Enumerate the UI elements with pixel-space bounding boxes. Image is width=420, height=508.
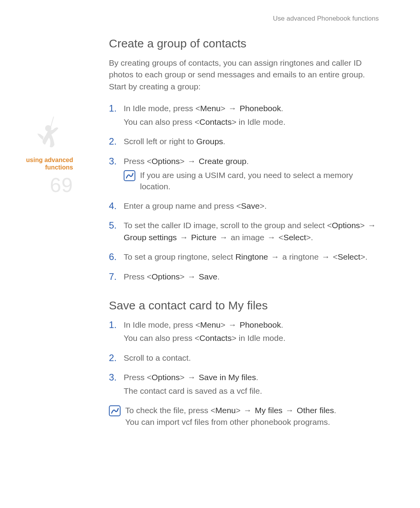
step-subline: The contact card is saved as a vcf file. (124, 385, 381, 397)
section1-intro: By creating groups of contacts, you can … (109, 57, 381, 93)
climber-icon (34, 117, 65, 152)
step: In Idle mode, press <Menu> → Phonebook. … (109, 319, 381, 344)
note: To check the file, press <Menu> → My fil… (109, 405, 381, 428)
note-text: To check the file, press <Menu> → My fil… (125, 405, 381, 428)
section2-title: Save a contact card to My files (109, 299, 381, 312)
note-icon (124, 170, 135, 181)
step: Scroll left or right to Groups. (109, 136, 381, 147)
sidebar-section-label: using advanced functions (0, 156, 73, 171)
note-text: If you are using a USIM card, you need t… (140, 169, 381, 192)
step: In Idle mode, press <Menu> → Phonebook. … (109, 103, 381, 128)
step: Press <Options> → Create group. If you a… (109, 155, 381, 192)
step-subline: You can also press <Contacts> in Idle mo… (124, 332, 381, 344)
note: If you are using a USIM card, you need t… (124, 169, 381, 192)
section1-title: Create a group of contacts (109, 37, 381, 50)
content: Create a group of contacts By creating g… (109, 37, 381, 428)
section2-steps: In Idle mode, press <Menu> → Phonebook. … (109, 319, 381, 397)
sidebar-label-line1: using advanced (26, 157, 73, 163)
step: Enter a group name and press <Save>. (109, 200, 381, 212)
sidebar: using advanced functions 69 (0, 117, 78, 197)
step: Scroll to a contact. (109, 352, 381, 364)
step: To set the caller ID image, scroll to th… (109, 220, 381, 243)
manual-page: Use advanced Phonebook functions using a… (0, 0, 420, 508)
step: Press <Options> → Save in My files. The … (109, 372, 381, 397)
note-icon (109, 405, 121, 416)
page-number: 69 (0, 173, 73, 197)
sidebar-label-line2: functions (45, 164, 73, 171)
running-head: Use advanced Phonebook functions (273, 15, 379, 23)
step: Press <Options> → Save. (109, 271, 381, 283)
section1-steps: In Idle mode, press <Menu> → Phonebook. … (109, 103, 381, 283)
step-subline: You can also press <Contacts> in Idle mo… (124, 116, 381, 128)
step: To set a group ringtone, select Ringtone… (109, 251, 381, 263)
